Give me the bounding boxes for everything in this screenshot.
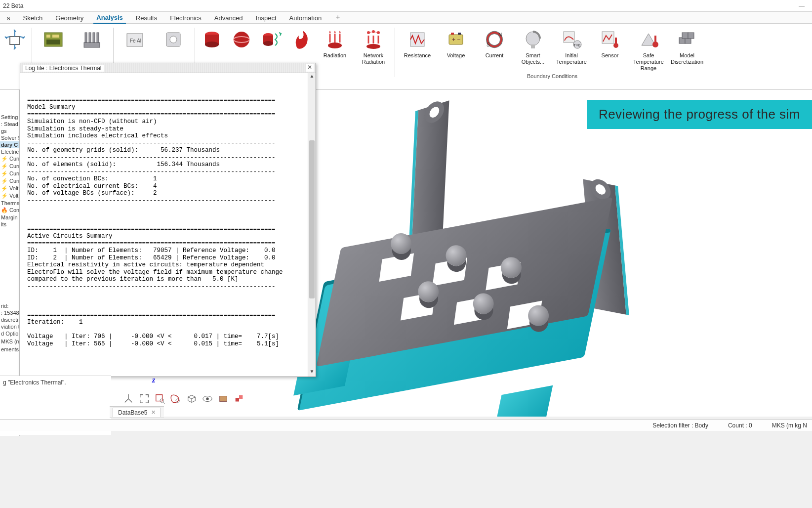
ribbon-item-sensor[interactable]: Sensor — [591, 26, 629, 74]
status-count: Count : 0 — [728, 422, 752, 429]
ribbon-label: Safe Temperature Range — [629, 52, 668, 72]
info-row: discreti — [0, 316, 19, 323]
box-icon[interactable] — [186, 393, 198, 405]
database-tab[interactable]: DataBase5 ✕ — [113, 408, 161, 417]
close-icon[interactable]: ✕ — [306, 64, 314, 72]
tree-row[interactable]: ⚡ Curr — [0, 170, 19, 177]
svg-rect-6 — [85, 33, 87, 42]
ribbon-item-resistance[interactable]: Resistance — [398, 26, 437, 74]
axes-icon[interactable] — [122, 393, 134, 405]
svg-point-41 — [613, 43, 618, 48]
ribbon-item-smart-objects[interactable]: Smart Objects... — [514, 26, 552, 74]
eye-icon[interactable] — [202, 393, 213, 405]
ribbon-item-network-radiation[interactable]: Network Radiation — [354, 26, 393, 74]
render-icon[interactable] — [217, 393, 229, 405]
radiation-icon — [323, 28, 347, 51]
tab-electronics[interactable]: Electronics — [167, 13, 204, 23]
sensor-icon — [598, 28, 622, 51]
tree-row-selected[interactable]: dary C — [0, 141, 19, 148]
info-row: MKS (m — [0, 338, 19, 345]
database-tab-bar: DataBase5 ✕ — [110, 406, 164, 418]
svg-point-22 — [263, 41, 273, 46]
svg-rect-36 — [531, 44, 535, 48]
scroll-thumb[interactable] — [309, 140, 315, 298]
ribbon-item-safe-temp-range[interactable]: Safe Temperature Range — [629, 26, 668, 74]
fit-icon[interactable] — [138, 393, 150, 405]
svg-point-53 — [206, 397, 209, 400]
tree-row[interactable]: ⚡ Volt — [0, 185, 19, 192]
tab-analysis[interactable]: Analysis — [93, 13, 125, 24]
close-icon[interactable]: ✕ — [151, 409, 156, 416]
ribbon-label: Network Radiation — [354, 52, 393, 72]
ribbon-item-radiation[interactable]: Radiation — [316, 26, 354, 74]
tab-geometry[interactable]: Geometry — [52, 13, 86, 23]
svg-rect-5 — [84, 42, 100, 47]
app-title: 22 Beta — [3, 2, 23, 9]
svg-rect-42 — [615, 38, 617, 43]
ribbon-label: Current — [486, 52, 504, 72]
tree-row[interactable]: : Stead — [0, 121, 19, 127]
ribbon-item-voltage[interactable]: + − Voltage — [437, 26, 475, 74]
heatsink-icon — [80, 28, 104, 51]
overlay-banner: Reviewing the progress of the sim — [587, 100, 812, 129]
svg-rect-3 — [52, 35, 59, 38]
tree-row[interactable]: gs — [0, 127, 19, 134]
ribbon-item-initial-temperature[interactable]: T=0 Initial Temperature — [552, 26, 591, 74]
ribbon-item-current[interactable]: NS Current — [475, 26, 514, 74]
resistance-icon — [406, 28, 429, 51]
bracket-left — [409, 100, 449, 244]
svg-rect-31 — [458, 33, 461, 35]
tab-results[interactable]: Results — [133, 13, 160, 23]
svg-rect-9 — [97, 33, 99, 42]
svg-text:+ −: + − — [452, 36, 460, 43]
svg-rect-8 — [93, 33, 95, 42]
log-scrollbar[interactable]: ▲ ▼ — [308, 73, 316, 377]
tab-s[interactable]: s — [4, 13, 13, 23]
svg-rect-49 — [156, 395, 162, 401]
minimize-button[interactable]: — — [794, 2, 809, 9]
tree-row[interactable]: lts — [0, 221, 19, 228]
svg-rect-7 — [89, 33, 91, 42]
library-icon — [162, 28, 185, 51]
explode-icon[interactable] — [233, 393, 245, 405]
axis-z-label: z — [152, 376, 155, 384]
scroll-down-icon[interactable]: ▼ — [308, 369, 316, 377]
svg-text:Fe: Fe — [130, 38, 136, 43]
log-file-header[interactable]: Log file : Electronics Thermal ✕ — [20, 63, 316, 73]
tree-row[interactable]: 🔥 Con — [0, 207, 19, 214]
tree-row[interactable]: Margin — [0, 214, 19, 221]
info-row: viation t — [0, 323, 19, 330]
svg-rect-30 — [451, 33, 454, 35]
tree-row[interactable]: ⚡ Volt — [0, 192, 19, 200]
tab-advanced[interactable]: Advanced — [211, 13, 246, 23]
safe-temp-icon — [637, 28, 660, 51]
tree-row[interactable]: ⚡ Curr — [0, 163, 19, 170]
tree-row[interactable]: Electrica — [0, 148, 19, 155]
tab-inspect[interactable]: Inspect — [253, 13, 280, 23]
tab-sketch[interactable]: Sketch — [20, 13, 46, 23]
ribbon-item-model-discretization[interactable]: Model Discretization — [668, 26, 706, 74]
network-radiation-icon — [362, 28, 385, 51]
tree-row[interactable]: Therma — [0, 200, 19, 207]
tree-row[interactable]: ⚡ Curr — [0, 177, 19, 185]
zoom-selection-icon[interactable] — [170, 393, 182, 405]
svg-rect-2 — [46, 35, 50, 38]
status-selection-filter: Selection filter : Body — [652, 422, 708, 429]
tree-row[interactable]: ⚡ Curr — [0, 155, 19, 163]
orient-icon — [3, 28, 27, 51]
log-file-body[interactable]: ========================================… — [20, 73, 316, 377]
zoom-window-icon[interactable] — [154, 393, 166, 405]
tree-row[interactable]: Setting — [0, 114, 19, 121]
svg-rect-56 — [239, 395, 243, 399]
tab-add[interactable]: ＋ — [331, 12, 344, 23]
svg-text:N: N — [498, 32, 502, 38]
smart-objects-icon — [521, 28, 545, 51]
status-bar: Selection filter : Body Count : 0 MKS (m… — [0, 419, 812, 431]
svg-point-17 — [205, 42, 219, 47]
scroll-up-icon[interactable]: ▲ — [308, 73, 316, 81]
flame-icon — [289, 28, 313, 51]
convection-icon — [259, 28, 283, 51]
svg-point-14 — [170, 36, 177, 43]
tree-row[interactable]: Solver S — [0, 134, 19, 141]
tab-automation[interactable]: Automation — [286, 13, 325, 23]
